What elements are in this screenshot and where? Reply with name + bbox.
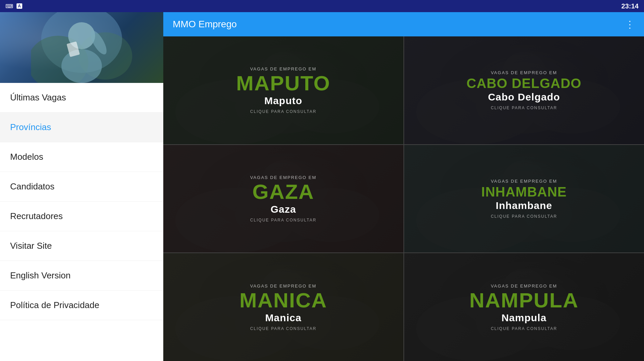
province-card-manica[interactable]: VAGAS DE EMPREGO EMMANICAManicaCLIQUE PA… xyxy=(163,253,403,361)
card-subtitle-gaza: VAGAS DE EMPREGO EM xyxy=(250,175,316,180)
sidebar-item-candidatos[interactable]: Candidatos xyxy=(0,172,163,202)
app-bar: MMO Emprego ⋮ xyxy=(163,12,644,36)
card-subtitle-inhambane: VAGAS DE EMPREGO EM xyxy=(491,179,557,184)
sidebar-item-english-version[interactable]: English Version xyxy=(0,261,163,291)
card-cta-maputo: CLIQUE PARA CONSULTAR xyxy=(250,109,316,114)
card-small-title-nampula: Nampula xyxy=(501,312,547,324)
card-small-title-cabo-delgado: Cabo Delgado xyxy=(488,91,560,103)
sidebar-item-modelos[interactable]: Modelos xyxy=(0,142,163,172)
status-bar-time: 23:14 xyxy=(621,2,639,10)
sidebar-item-provincias[interactable]: Províncias xyxy=(0,113,163,142)
card-cta-nampula: CLIQUE PARA CONSULTAR xyxy=(491,326,557,331)
sidebar: Últimas VagasProvínciasModelosCandidatos… xyxy=(0,12,163,361)
sidebar-item-politica[interactable]: Política de Privacidade xyxy=(0,291,163,320)
card-big-title-nampula: NAMPULA xyxy=(469,290,579,311)
card-content-manica: VAGAS DE EMPREGO EMMANICAManicaCLIQUE PA… xyxy=(240,283,327,331)
card-content-cabo-delgado: VAGAS DE EMPREGO EMCABO DELGADOCabo Delg… xyxy=(467,70,582,110)
hero-illustration xyxy=(31,12,132,83)
main-layout: Últimas VagasProvínciasModelosCandidatos… xyxy=(0,12,644,361)
card-big-title-inhambane: INHAMBANE xyxy=(481,185,567,199)
card-small-title-inhambane: Inhambane xyxy=(496,200,552,211)
province-card-inhambane[interactable]: VAGAS DE EMPREGO EMINHAMBANEInhambaneCLI… xyxy=(404,145,644,253)
card-content-maputo: VAGAS DE EMPREGO EMMAPUTOMaputoCLIQUE PA… xyxy=(236,66,331,114)
card-cta-inhambane: CLIQUE PARA CONSULTAR xyxy=(491,214,557,219)
province-card-gaza[interactable]: VAGAS DE EMPREGO EMGAZAGazaCLIQUE PARA C… xyxy=(163,145,403,253)
app-bar-title: MMO Emprego xyxy=(173,19,237,30)
card-subtitle-manica: VAGAS DE EMPREGO EM xyxy=(250,283,316,289)
card-content-gaza: VAGAS DE EMPREGO EMGAZAGazaCLIQUE PARA C… xyxy=(250,175,316,222)
a-icon: A xyxy=(17,3,22,9)
card-cta-manica: CLIQUE PARA CONSULTAR xyxy=(250,326,316,331)
card-big-title-manica: MANICA xyxy=(240,290,327,311)
keyboard-icon: ⌨ xyxy=(5,3,13,9)
card-big-title-gaza: GAZA xyxy=(252,181,314,202)
card-small-title-manica: Manica xyxy=(265,312,302,324)
provinces-grid: VAGAS DE EMPREGO EMMAPUTOMaputoCLIQUE PA… xyxy=(163,36,644,361)
card-subtitle-cabo-delgado: VAGAS DE EMPREGO EM xyxy=(491,70,557,75)
card-big-title-cabo-delgado: CABO DELGADO xyxy=(467,77,582,90)
sidebar-item-visitar-site[interactable]: Visitar Site xyxy=(0,231,163,261)
province-card-nampula[interactable]: VAGAS DE EMPREGO EMNAMPULANampulaCLIQUE … xyxy=(404,253,644,361)
status-bar-left: ⌨ A xyxy=(5,3,22,9)
province-card-maputo[interactable]: VAGAS DE EMPREGO EMMAPUTOMaputoCLIQUE PA… xyxy=(163,36,403,144)
svg-point-4 xyxy=(61,49,102,83)
card-content-nampula: VAGAS DE EMPREGO EMNAMPULANampulaCLIQUE … xyxy=(469,283,579,331)
sidebar-item-recrutadores[interactable]: Recrutadores xyxy=(0,202,163,231)
sidebar-item-ultimas-vagas[interactable]: Últimas Vagas xyxy=(0,83,163,113)
hero-image xyxy=(0,12,163,83)
content-area: MMO Emprego ⋮ VAGAS DE EMPREGO EMMAPUTOM… xyxy=(163,12,644,361)
card-cta-cabo-delgado: CLIQUE PARA CONSULTAR xyxy=(491,106,557,110)
sidebar-hero xyxy=(0,12,163,83)
card-content-inhambane: VAGAS DE EMPREGO EMINHAMBANEInhambaneCLI… xyxy=(481,179,567,219)
card-small-title-gaza: Gaza xyxy=(271,204,296,215)
sidebar-nav: Últimas VagasProvínciasModelosCandidatos… xyxy=(0,83,163,361)
card-subtitle-nampula: VAGAS DE EMPREGO EM xyxy=(491,283,557,289)
card-subtitle-maputo: VAGAS DE EMPREGO EM xyxy=(250,66,316,71)
province-card-cabo-delgado[interactable]: VAGAS DE EMPREGO EMCABO DELGADOCabo Delg… xyxy=(404,36,644,144)
card-small-title-maputo: Maputo xyxy=(264,95,302,107)
app-bar-menu-button[interactable]: ⋮ xyxy=(625,19,635,30)
status-bar: ⌨ A 23:14 xyxy=(0,0,644,12)
card-big-title-maputo: MAPUTO xyxy=(236,73,331,94)
card-cta-gaza: CLIQUE PARA CONSULTAR xyxy=(250,218,316,222)
